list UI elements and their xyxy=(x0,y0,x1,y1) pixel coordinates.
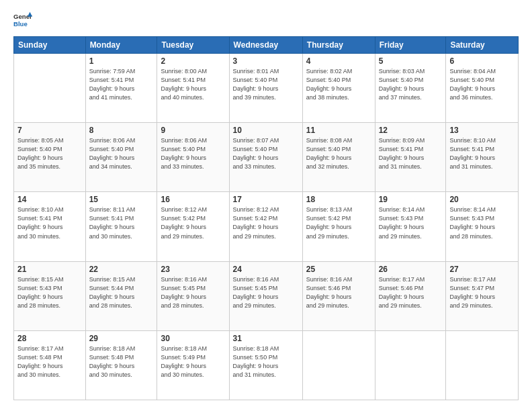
day-info: Sunrise: 8:15 AMSunset: 5:44 PMDaylight:… xyxy=(89,275,154,310)
day-number: 19 xyxy=(379,195,443,204)
calendar-table: SundayMondayTuesdayWednesdayThursdayFrid… xyxy=(13,36,519,400)
calendar-cell: 1Sunrise: 7:59 AMSunset: 5:41 PMDaylight… xyxy=(85,54,157,123)
calendar-cell: 21Sunrise: 8:15 AMSunset: 5:43 PMDayligh… xyxy=(14,261,86,330)
calendar-cell: 11Sunrise: 8:08 AMSunset: 5:40 PMDayligh… xyxy=(302,123,375,192)
day-number: 24 xyxy=(233,265,299,274)
col-header-monday: Monday xyxy=(85,37,157,54)
day-number: 30 xyxy=(161,334,225,343)
day-number: 25 xyxy=(306,265,371,274)
day-number: 11 xyxy=(306,126,371,135)
col-header-thursday: Thursday xyxy=(302,37,375,54)
calendar-cell: 10Sunrise: 8:07 AMSunset: 5:40 PMDayligh… xyxy=(229,123,302,192)
day-info: Sunrise: 8:05 AMSunset: 5:40 PMDaylight:… xyxy=(17,136,82,171)
calendar-cell: 22Sunrise: 8:15 AMSunset: 5:44 PMDayligh… xyxy=(85,261,157,330)
calendar-cell: 30Sunrise: 8:18 AMSunset: 5:49 PMDayligh… xyxy=(157,330,229,400)
day-number: 8 xyxy=(89,126,154,135)
logo-icon: General Blue xyxy=(13,11,32,30)
day-number: 14 xyxy=(17,195,82,204)
calendar-cell xyxy=(375,330,446,400)
day-number: 26 xyxy=(379,265,443,274)
logo: General Blue xyxy=(13,11,36,30)
calendar-cell: 31Sunrise: 8:18 AMSunset: 5:50 PMDayligh… xyxy=(229,330,302,400)
calendar-cell: 3Sunrise: 8:01 AMSunset: 5:40 PMDaylight… xyxy=(229,54,302,123)
calendar-cell: 15Sunrise: 8:11 AMSunset: 5:41 PMDayligh… xyxy=(85,192,157,261)
calendar-cell: 20Sunrise: 8:14 AMSunset: 5:43 PMDayligh… xyxy=(446,192,519,261)
day-number: 9 xyxy=(161,126,225,135)
day-number: 13 xyxy=(449,126,515,135)
day-number: 22 xyxy=(89,265,154,274)
day-info: Sunrise: 8:00 AMSunset: 5:41 PMDaylight:… xyxy=(161,67,225,102)
calendar-cell: 28Sunrise: 8:17 AMSunset: 5:48 PMDayligh… xyxy=(14,330,86,400)
calendar-cell: 26Sunrise: 8:17 AMSunset: 5:46 PMDayligh… xyxy=(375,261,446,330)
calendar-week-1: 1Sunrise: 7:59 AMSunset: 5:41 PMDaylight… xyxy=(14,54,519,123)
calendar-cell: 5Sunrise: 8:03 AMSunset: 5:40 PMDaylight… xyxy=(375,54,446,123)
page: General Blue SundayMondayTuesdayWednesda… xyxy=(0,0,532,411)
day-info: Sunrise: 8:06 AMSunset: 5:40 PMDaylight:… xyxy=(161,136,225,171)
day-number: 5 xyxy=(379,56,443,66)
day-number: 12 xyxy=(379,126,443,135)
calendar-cell: 24Sunrise: 8:16 AMSunset: 5:45 PMDayligh… xyxy=(229,261,302,330)
day-number: 10 xyxy=(233,126,299,135)
calendar-cell: 8Sunrise: 8:06 AMSunset: 5:40 PMDaylight… xyxy=(85,123,157,192)
day-number: 27 xyxy=(449,265,515,274)
day-number: 16 xyxy=(161,195,225,204)
day-number: 15 xyxy=(89,195,154,204)
day-number: 21 xyxy=(17,265,82,274)
day-info: Sunrise: 8:18 AMSunset: 5:50 PMDaylight:… xyxy=(233,345,299,379)
day-info: Sunrise: 8:14 AMSunset: 5:43 PMDaylight:… xyxy=(449,205,515,240)
calendar-cell: 9Sunrise: 8:06 AMSunset: 5:40 PMDaylight… xyxy=(157,123,229,192)
day-number: 20 xyxy=(449,195,515,204)
calendar-week-4: 21Sunrise: 8:15 AMSunset: 5:43 PMDayligh… xyxy=(14,261,519,330)
calendar-cell: 29Sunrise: 8:18 AMSunset: 5:48 PMDayligh… xyxy=(85,330,157,400)
calendar-cell xyxy=(446,330,519,400)
calendar-cell: 16Sunrise: 8:12 AMSunset: 5:42 PMDayligh… xyxy=(157,192,229,261)
day-info: Sunrise: 8:11 AMSunset: 5:41 PMDaylight:… xyxy=(89,205,154,240)
day-info: Sunrise: 7:59 AMSunset: 5:41 PMDaylight:… xyxy=(89,67,154,102)
calendar-week-3: 14Sunrise: 8:10 AMSunset: 5:41 PMDayligh… xyxy=(14,192,519,261)
day-number: 17 xyxy=(233,195,299,204)
calendar-cell: 25Sunrise: 8:16 AMSunset: 5:46 PMDayligh… xyxy=(302,261,375,330)
calendar-cell xyxy=(302,330,375,400)
calendar-cell: 7Sunrise: 8:05 AMSunset: 5:40 PMDaylight… xyxy=(14,123,86,192)
day-number: 23 xyxy=(161,265,225,274)
calendar-week-5: 28Sunrise: 8:17 AMSunset: 5:48 PMDayligh… xyxy=(14,330,519,400)
calendar-cell: 2Sunrise: 8:00 AMSunset: 5:41 PMDaylight… xyxy=(157,54,229,123)
day-info: Sunrise: 8:01 AMSunset: 5:40 PMDaylight:… xyxy=(233,67,299,102)
day-info: Sunrise: 8:18 AMSunset: 5:48 PMDaylight:… xyxy=(89,345,154,379)
calendar-cell: 18Sunrise: 8:13 AMSunset: 5:42 PMDayligh… xyxy=(302,192,375,261)
day-info: Sunrise: 8:06 AMSunset: 5:40 PMDaylight:… xyxy=(89,136,154,171)
calendar-cell: 17Sunrise: 8:12 AMSunset: 5:42 PMDayligh… xyxy=(229,192,302,261)
day-info: Sunrise: 8:09 AMSunset: 5:41 PMDaylight:… xyxy=(379,136,443,171)
day-number: 31 xyxy=(233,334,299,343)
calendar-header-row: SundayMondayTuesdayWednesdayThursdayFrid… xyxy=(14,37,519,54)
day-number: 29 xyxy=(89,334,154,343)
col-header-saturday: Saturday xyxy=(446,37,519,54)
day-info: Sunrise: 8:13 AMSunset: 5:42 PMDaylight:… xyxy=(306,205,371,240)
day-info: Sunrise: 8:17 AMSunset: 5:47 PMDaylight:… xyxy=(449,275,515,310)
calendar-cell: 14Sunrise: 8:10 AMSunset: 5:41 PMDayligh… xyxy=(14,192,86,261)
day-info: Sunrise: 8:18 AMSunset: 5:49 PMDaylight:… xyxy=(161,345,225,379)
calendar-cell: 19Sunrise: 8:14 AMSunset: 5:43 PMDayligh… xyxy=(375,192,446,261)
day-info: Sunrise: 8:12 AMSunset: 5:42 PMDaylight:… xyxy=(233,205,299,240)
day-info: Sunrise: 8:08 AMSunset: 5:40 PMDaylight:… xyxy=(306,136,371,171)
day-info: Sunrise: 8:16 AMSunset: 5:46 PMDaylight:… xyxy=(306,275,371,310)
day-info: Sunrise: 8:16 AMSunset: 5:45 PMDaylight:… xyxy=(233,275,299,310)
calendar-week-2: 7Sunrise: 8:05 AMSunset: 5:40 PMDaylight… xyxy=(14,123,519,192)
calendar-cell: 4Sunrise: 8:02 AMSunset: 5:40 PMDaylight… xyxy=(302,54,375,123)
day-info: Sunrise: 8:14 AMSunset: 5:43 PMDaylight:… xyxy=(379,205,443,240)
col-header-friday: Friday xyxy=(375,37,446,54)
day-number: 7 xyxy=(17,126,82,135)
day-number: 28 xyxy=(17,334,82,343)
day-number: 6 xyxy=(449,56,515,66)
day-info: Sunrise: 8:07 AMSunset: 5:40 PMDaylight:… xyxy=(233,136,299,171)
calendar-cell: 12Sunrise: 8:09 AMSunset: 5:41 PMDayligh… xyxy=(375,123,446,192)
day-info: Sunrise: 8:12 AMSunset: 5:42 PMDaylight:… xyxy=(161,205,225,240)
day-info: Sunrise: 8:10 AMSunset: 5:41 PMDaylight:… xyxy=(449,136,515,171)
day-number: 1 xyxy=(89,56,154,66)
col-header-tuesday: Tuesday xyxy=(157,37,229,54)
calendar-cell: 6Sunrise: 8:04 AMSunset: 5:40 PMDaylight… xyxy=(446,54,519,123)
calendar-cell xyxy=(14,54,86,123)
day-info: Sunrise: 8:16 AMSunset: 5:45 PMDaylight:… xyxy=(161,275,225,310)
day-info: Sunrise: 8:17 AMSunset: 5:48 PMDaylight:… xyxy=(17,345,82,379)
day-info: Sunrise: 8:04 AMSunset: 5:40 PMDaylight:… xyxy=(449,67,515,102)
